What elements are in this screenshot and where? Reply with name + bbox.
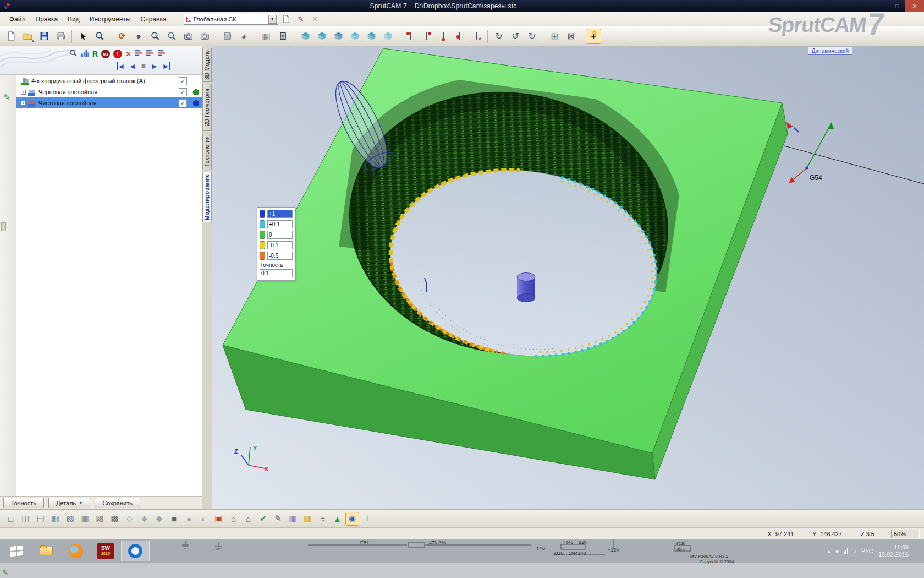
delete-point-icon[interactable]: ✕ bbox=[469, 29, 484, 44]
zoom-level[interactable]: 50% bbox=[891, 530, 920, 538]
tab-simulation[interactable]: Моделирование bbox=[202, 172, 212, 222]
tree-item-machine[interactable]: 4-х координатный фрезерный станок (А) ✓ bbox=[16, 75, 202, 86]
legend-value-input[interactable]: -0.1 bbox=[267, 241, 293, 249]
viewport-3d-scene[interactable]: Y X Z G54 bbox=[212, 46, 924, 509]
snap-point-icon-1[interactable] bbox=[403, 29, 418, 44]
tray-expand-icon[interactable]: ▴ bbox=[827, 548, 831, 555]
tab-technology[interactable]: Технология bbox=[202, 133, 212, 170]
accuracy-input[interactable]: 0.1 bbox=[260, 269, 293, 277]
diamond-solid-icon[interactable]: ◆ bbox=[152, 512, 166, 526]
legend-value-input[interactable]: 0 bbox=[267, 231, 293, 239]
half-sphere-icon[interactable]: ◐ bbox=[197, 512, 211, 526]
snap-point-icon-3[interactable] bbox=[436, 29, 451, 44]
machine-sim-icon[interactable]: ⌂ bbox=[227, 512, 240, 526]
taskbar-solidworks[interactable]: SW 2015 bbox=[91, 541, 120, 561]
legend-value-input[interactable]: -0.5 bbox=[267, 252, 293, 260]
diamond-wire-icon[interactable]: ◇ bbox=[123, 512, 136, 526]
deviation-legend-panel[interactable]: +1 +0.1 0 -0.1 -0.5 Точност bbox=[257, 207, 295, 281]
merge-icon[interactable]: ⊠ bbox=[563, 29, 579, 44]
menu-view[interactable]: Вид bbox=[63, 13, 85, 25]
play-icon[interactable]: ▶ bbox=[152, 62, 157, 70]
network-icon[interactable] bbox=[844, 548, 848, 554]
machine-view-icon[interactable]: ⌂ bbox=[241, 512, 255, 526]
coordinate-system-combo[interactable]: Глобальная СК ▼ bbox=[184, 14, 278, 25]
select-cursor-icon[interactable] bbox=[75, 29, 91, 44]
combo-dropdown-icon[interactable]: ▼ bbox=[268, 15, 277, 24]
copy-cs-icon[interactable] bbox=[280, 14, 293, 25]
grid-box-icon[interactable]: ▥ bbox=[78, 512, 92, 526]
legend-value-input[interactable]: +0.1 bbox=[267, 220, 293, 228]
shaded-box-icon[interactable]: ▤ bbox=[34, 512, 47, 526]
edit-path-icon[interactable]: ✎ bbox=[271, 512, 285, 526]
volume-icon[interactable]: ♪ bbox=[853, 548, 856, 554]
zoom-icon[interactable] bbox=[147, 29, 163, 44]
taskbar-sprutcam[interactable] bbox=[121, 541, 150, 561]
splitter-grip[interactable] bbox=[1, 222, 6, 231]
view-free-icon[interactable] bbox=[380, 29, 395, 44]
save-icon[interactable] bbox=[36, 29, 52, 44]
solid-box-icon[interactable]: ◫ bbox=[19, 512, 32, 526]
calculator-icon[interactable] bbox=[275, 29, 290, 44]
checkmark-icon[interactable]: ✓ bbox=[179, 99, 187, 107]
mesh-box-icon[interactable]: ▦ bbox=[48, 512, 62, 526]
stop-icon[interactable]: ■ bbox=[141, 62, 146, 70]
menu-tools[interactable]: Инструменты bbox=[85, 13, 136, 25]
chart-orange-icon[interactable]: ▥ bbox=[301, 512, 315, 526]
wireframe-box-icon[interactable]: □ bbox=[4, 512, 18, 526]
shaded-view-icon[interactable]: ● bbox=[131, 29, 146, 44]
language-indicator[interactable]: РУС bbox=[861, 548, 873, 554]
checkmark-icon[interactable]: ✓ bbox=[179, 77, 187, 85]
view-yz-icon[interactable] bbox=[347, 29, 362, 44]
delete-cs-icon[interactable]: ✕ bbox=[309, 14, 321, 25]
view-rotate-icon[interactable] bbox=[364, 29, 379, 44]
reset-icon[interactable]: R bbox=[92, 50, 98, 58]
maximize-button[interactable]: □ bbox=[889, 0, 905, 12]
edit-pencil-icon[interactable]: ✎ bbox=[3, 92, 10, 102]
open-document-icon[interactable]: ▼ bbox=[20, 29, 35, 44]
legend-value-input[interactable]: +1 bbox=[267, 210, 293, 218]
zoom-select-icon[interactable] bbox=[92, 29, 107, 44]
table-icon[interactable]: ▦ bbox=[258, 29, 274, 44]
taskbar-clock[interactable]: 11:09 10.03.2016 bbox=[878, 544, 909, 558]
tree-item-finishing[interactable]: + Чистовая послойная ✓ bbox=[16, 97, 202, 108]
view-xz-icon[interactable] bbox=[331, 29, 346, 44]
snapshot-icon[interactable] bbox=[180, 29, 196, 44]
delete-operation-icon[interactable]: ✕ bbox=[125, 50, 131, 58]
edit-cs-icon[interactable]: ✎ bbox=[295, 14, 307, 25]
show-desktop-button[interactable] bbox=[916, 541, 920, 561]
snap-point-icon-2[interactable] bbox=[419, 29, 435, 44]
probe-icon[interactable]: ⊥ bbox=[360, 512, 374, 526]
view-mode-label[interactable]: Динамический bbox=[808, 47, 853, 55]
chart-blue-icon[interactable]: ▥ bbox=[286, 512, 300, 526]
menu-file[interactable]: Файл bbox=[4, 13, 31, 25]
path-wave-icon[interactable]: ≈ bbox=[316, 512, 329, 526]
m1-stop-icon[interactable]: M1 bbox=[101, 50, 110, 58]
sort-list-icon-3[interactable] bbox=[158, 49, 166, 59]
tab-3d-model[interactable]: 3D Модель bbox=[202, 48, 212, 82]
hatch-box-icon[interactable]: ▨ bbox=[93, 512, 107, 526]
viewport-3d[interactable]: Y X Z G54 Динамический bbox=[212, 46, 924, 509]
statistics-icon[interactable] bbox=[81, 49, 89, 59]
tree-item-roughing[interactable]: + Черновая послойная ✓ bbox=[16, 86, 202, 97]
rotate-cw-icon[interactable]: ↻ bbox=[491, 29, 507, 44]
taskbar-firefox[interactable] bbox=[62, 541, 90, 561]
snap-point-icon-4[interactable] bbox=[452, 29, 468, 44]
step-back-icon[interactable]: ◀ bbox=[130, 62, 134, 70]
sphere-icon[interactable]: ● bbox=[182, 512, 196, 526]
view-xy-icon[interactable] bbox=[314, 29, 329, 44]
view-iso-icon[interactable] bbox=[298, 29, 313, 44]
coordinate-capture-icon[interactable]: +↯ bbox=[586, 29, 601, 44]
sort-list-icon-2[interactable] bbox=[146, 49, 155, 59]
collision-box-icon[interactable]: ▣ bbox=[212, 512, 226, 526]
accuracy-button[interactable]: Точность bbox=[3, 498, 44, 508]
skip-start-icon[interactable]: ◀ bbox=[117, 62, 123, 70]
start-button[interactable] bbox=[2, 541, 31, 561]
dense-box-icon[interactable]: ▩ bbox=[108, 512, 122, 526]
solid-block-icon[interactable]: ■ bbox=[167, 512, 181, 526]
find-operation-icon[interactable] bbox=[69, 49, 78, 59]
detail-button[interactable]: Деталь▼ bbox=[48, 498, 90, 508]
camera-icon[interactable] bbox=[197, 29, 212, 44]
checkmark-icon[interactable]: ✓ bbox=[179, 88, 187, 96]
expand-icon[interactable]: + bbox=[21, 90, 26, 95]
minimize-button[interactable]: – bbox=[872, 0, 889, 12]
